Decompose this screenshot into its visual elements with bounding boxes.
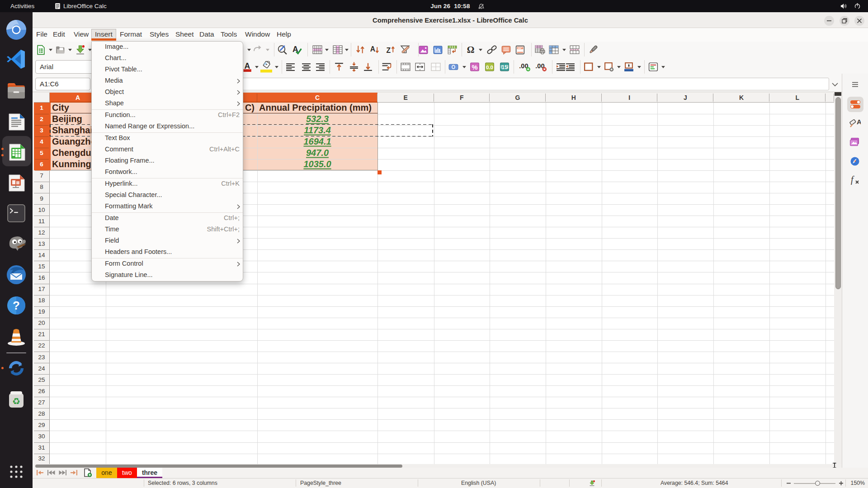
svg-text:A: A (370, 45, 375, 53)
svg-text:0.0: 0.0 (486, 65, 493, 70)
svg-text:Ω: Ω (467, 44, 475, 55)
svg-text:Z: Z (387, 47, 391, 54)
svg-text:f: f (851, 174, 854, 185)
svg-text:A: A (245, 61, 250, 70)
svg-text:15: 15 (501, 64, 508, 70)
svg-text:%: % (472, 64, 478, 71)
svg-text:♻: ♻ (12, 396, 20, 406)
svg-text:?: ? (13, 299, 20, 312)
svg-text:A: A (857, 118, 861, 126)
